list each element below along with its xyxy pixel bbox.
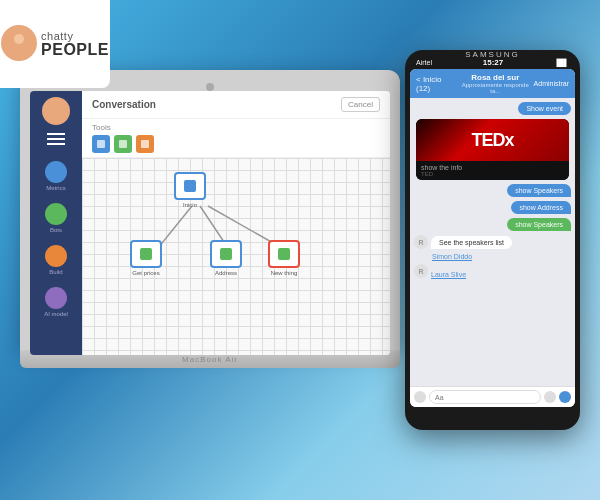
inicio-label: Inicio (183, 202, 197, 208)
phone-time: 15:27 (483, 58, 503, 67)
attachment-icon[interactable] (414, 391, 426, 403)
phone-nav-bar: < Inicio (12) Rosa del sur Approxiamente… (410, 69, 575, 98)
phone-outer: SAMSUNG Airtel 15:27 ▐█▌ < Inicio (12) R… (405, 50, 580, 430)
speaker2-link[interactable]: Laura Slive (431, 271, 466, 278)
inicio-icon (184, 180, 196, 192)
svg-line-6 (158, 206, 192, 248)
laptop-screen: Metrics Bots Build AI model Conve (30, 91, 390, 355)
address-box (210, 240, 242, 268)
svg-point-1 (14, 34, 24, 44)
like-icon[interactable] (559, 391, 571, 403)
address-label: Address (215, 270, 237, 276)
logo-avatar (1, 25, 37, 61)
see-speakers-row: R See the speakers list (414, 235, 571, 249)
svg-rect-3 (97, 140, 105, 148)
logo-people-text: PEOPLE (41, 42, 109, 58)
get-prices-box (130, 240, 162, 268)
sidebar-avatar (42, 97, 70, 125)
tool-icon-3[interactable] (136, 135, 154, 153)
tools-bar: Tools (82, 119, 390, 158)
phone-input-bar (410, 386, 575, 407)
flow-canvas: Inicio Get prices Address (82, 158, 390, 355)
phone-screen: < Inicio (12) Rosa del sur Approxiamente… (410, 69, 575, 407)
show-speakers-button-2[interactable]: show Speakers (507, 218, 571, 231)
contact-name: Rosa del sur (457, 73, 534, 82)
back-button[interactable]: < Inicio (12) (416, 75, 457, 93)
sidebar-item-metrics[interactable]: Metrics (30, 157, 82, 195)
carrier-text: Airtel (416, 59, 432, 66)
samsung-label: SAMSUNG (465, 50, 519, 59)
logo-text: chatty PEOPLE (41, 31, 109, 58)
ted-card: TEDx show the info TED (416, 119, 569, 180)
sidebar-item-ai[interactable]: AI model (30, 283, 82, 321)
logo-area: chatty PEOPLE (0, 0, 110, 88)
app-sidebar: Metrics Bots Build AI model (30, 91, 82, 355)
show-event-button[interactable]: Show event (518, 102, 571, 115)
build-label: Build (49, 269, 62, 275)
ai-icon (45, 287, 67, 309)
chat-avatar-r2: R (414, 264, 428, 278)
tool-icon-1[interactable] (92, 135, 110, 153)
svg-point-2 (10, 47, 28, 57)
bots-label: Bots (50, 227, 62, 233)
speaker1-link[interactable]: Simon Diddo (414, 253, 571, 260)
node-inicio[interactable]: Inicio (174, 172, 206, 208)
new-thing-box (268, 240, 300, 268)
get-prices-label: Get prices (132, 270, 159, 276)
laptop-brand: MacBook Air (182, 355, 238, 364)
chat-area: Show event TEDx show the info TED show S… (410, 98, 575, 386)
conversation-title: Conversation (92, 99, 156, 110)
ai-label: AI model (44, 311, 68, 317)
app-header: Conversation Cancel (82, 91, 390, 119)
inicio-box (174, 172, 206, 200)
ted-image: TEDx (416, 119, 569, 161)
node-get-prices[interactable]: Get prices (130, 240, 162, 276)
contact-info: Rosa del sur Approxiamente responde ta..… (457, 73, 534, 94)
laptop-camera (206, 83, 214, 91)
svg-rect-5 (141, 140, 149, 148)
see-speakers-bubble: See the speakers list (431, 236, 512, 249)
address-icon (220, 248, 232, 260)
sidebar-item-bots[interactable]: Bots (30, 199, 82, 237)
ted-show-info-text: show the info (421, 164, 564, 171)
ted-sub-text: TED (421, 171, 564, 177)
speaker2-row: R Laura Slive (414, 264, 571, 278)
cancel-button[interactable]: Cancel (341, 97, 380, 112)
emoji-icon[interactable] (544, 391, 556, 403)
show-speakers-button-1[interactable]: show Speakers (507, 184, 571, 197)
laptop: Metrics Bots Build AI model Conve (20, 70, 400, 380)
metrics-label: Metrics (46, 185, 65, 191)
new-thing-icon (278, 248, 290, 260)
tools-icons (92, 135, 380, 153)
ted-info: show the info TED (416, 161, 569, 180)
tools-label: Tools (92, 123, 111, 132)
chat-input[interactable] (429, 390, 541, 404)
ted-logo: TEDx (471, 130, 513, 151)
logo-chatty-text: chatty (41, 31, 73, 42)
app-main: Conversation Cancel Tools (82, 91, 390, 355)
hamburger-menu[interactable] (47, 133, 65, 145)
get-prices-icon (140, 248, 152, 260)
show-address-button[interactable]: show Address (511, 201, 571, 214)
tool-icon-2[interactable] (114, 135, 132, 153)
laptop-screen-outer: Metrics Bots Build AI model Conve (20, 70, 400, 350)
node-address[interactable]: Address (210, 240, 242, 276)
new-thing-label: New thing (271, 270, 298, 276)
battery-icon: ▐█▌ (554, 59, 569, 66)
phone: SAMSUNG Airtel 15:27 ▐█▌ < Inicio (12) R… (405, 50, 580, 430)
build-icon (45, 245, 67, 267)
contact-sub: Approxiamente responde ta... (457, 82, 534, 94)
phone-status-bar: Airtel 15:27 ▐█▌ (410, 58, 575, 67)
admin-button[interactable]: Administrar (534, 80, 569, 87)
svg-rect-4 (119, 140, 127, 148)
chat-avatar-r: R (414, 235, 428, 249)
node-new-thing[interactable]: New thing (268, 240, 300, 276)
sidebar-item-build[interactable]: Build (30, 241, 82, 279)
bots-icon (45, 203, 67, 225)
metrics-icon (45, 161, 67, 183)
